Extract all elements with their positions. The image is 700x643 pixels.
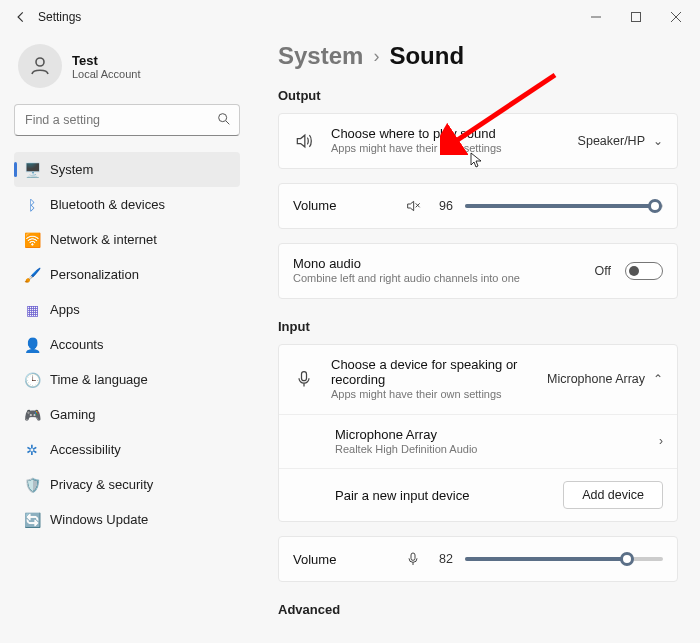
input-device-driver: Realtek High Definition Audio [335,442,643,457]
output-volume-row: Volume 96 [279,184,677,228]
window-controls [576,2,696,32]
output-volume-slider[interactable] [465,198,663,214]
avatar [18,44,62,88]
mono-audio-title: Mono audio [293,256,579,271]
choose-input-title: Choose a device for speaking or recordin… [331,357,531,387]
output-volume-group: Volume 96 [278,183,678,229]
user-name: Test [72,53,141,68]
mono-audio-toggle[interactable] [625,262,663,280]
input-device-detail-row[interactable]: Microphone Array Realtek High Definition… [279,415,677,470]
sidebar: Test Local Account 🖥️System ᛒBluetooth &… [0,34,250,643]
nav-personalization[interactable]: 🖌️Personalization [14,257,240,292]
input-device-name: Microphone Array [335,427,643,442]
page-title: Sound [389,42,464,70]
input-device-value: Microphone Array [547,372,645,386]
clock-icon: 🕒 [24,372,40,388]
chevron-down-icon: ⌄ [653,134,663,148]
pair-input-row: Pair a new input device Add device [279,469,677,521]
nav-label: Personalization [50,267,139,282]
mic-level-icon[interactable] [405,551,421,567]
nav-accessibility[interactable]: ✲Accessibility [14,432,240,467]
chevron-right-icon: › [373,46,379,67]
input-volume-label: Volume [293,552,393,567]
main-panel: System › Sound Output Choose where to pl… [250,34,700,643]
section-input-label: Input [278,319,678,334]
speaker-icon [293,131,315,151]
svg-rect-9 [411,553,415,560]
nav-label: System [50,162,93,177]
title-bar: Settings [0,0,700,34]
mono-audio-group: Mono audio Combine left and right audio … [278,243,678,299]
nav-label: Privacy & security [50,477,153,492]
svg-point-3 [219,114,227,122]
input-volume-group: Volume 82 [278,536,678,582]
nav-bluetooth[interactable]: ᛒBluetooth & devices [14,187,240,222]
user-account-row[interactable]: Test Local Account [14,40,240,102]
nav-label: Gaming [50,407,96,422]
breadcrumb: System › Sound [278,42,678,70]
input-volume-slider[interactable] [465,551,663,567]
nav-label: Windows Update [50,512,148,527]
minimize-button[interactable] [576,2,616,32]
pair-input-title: Pair a new input device [335,488,547,503]
nav-network[interactable]: 🛜Network & internet [14,222,240,257]
output-device-value: Speaker/HP [578,134,645,148]
chevron-right-icon: › [659,434,663,448]
accounts-icon: 👤 [24,337,40,353]
input-volume-value: 82 [433,552,453,566]
nav-label: Accessibility [50,442,121,457]
gaming-icon: 🎮 [24,407,40,423]
window-title: Settings [38,10,81,24]
section-output-label: Output [278,88,678,103]
choose-output-title: Choose where to play sound [331,126,562,141]
maximize-button[interactable] [616,2,656,32]
brush-icon: 🖌️ [24,267,40,283]
choose-input-row[interactable]: Choose a device for speaking or recordin… [279,345,677,415]
nav-update[interactable]: 🔄Windows Update [14,502,240,537]
mono-audio-sub: Combine left and right audio channels in… [293,271,579,286]
accessibility-icon: ✲ [24,442,40,458]
input-device-group: Choose a device for speaking or recordin… [278,344,678,523]
system-icon: 🖥️ [24,162,40,178]
nav-label: Bluetooth & devices [50,197,165,212]
microphone-icon [293,369,315,389]
output-volume-label: Volume [293,198,393,213]
choose-output-sub: Apps might have their own settings [331,141,562,156]
choose-input-sub: Apps might have their own settings [331,387,531,402]
apps-icon: ▦ [24,302,40,318]
bluetooth-icon: ᛒ [24,197,40,213]
cursor-icon [470,152,482,172]
mute-icon[interactable] [405,198,421,214]
section-advanced-label: Advanced [278,602,678,617]
user-type: Local Account [72,68,141,80]
search-icon [216,111,232,127]
chevron-up-icon: ⌃ [653,372,663,386]
output-volume-value: 96 [433,199,453,213]
svg-line-4 [226,121,229,124]
add-device-button[interactable]: Add device [563,481,663,509]
svg-rect-7 [302,372,307,381]
nav-label: Network & internet [50,232,157,247]
svg-rect-1 [632,13,641,22]
wifi-icon: 🛜 [24,232,40,248]
search-wrap [14,104,240,136]
nav-label: Apps [50,302,80,317]
nav-privacy[interactable]: 🛡️Privacy & security [14,467,240,502]
update-icon: 🔄 [24,512,40,528]
nav-label: Accounts [50,337,103,352]
search-input[interactable] [14,104,240,136]
nav-accounts[interactable]: 👤Accounts [14,327,240,362]
breadcrumb-parent[interactable]: System [278,42,363,70]
close-button[interactable] [656,2,696,32]
mono-audio-row[interactable]: Mono audio Combine left and right audio … [279,244,677,298]
nav-list: 🖥️System ᛒBluetooth & devices 🛜Network &… [14,152,240,537]
nav-label: Time & language [50,372,148,387]
nav-apps[interactable]: ▦Apps [14,292,240,327]
svg-point-2 [36,58,44,66]
shield-icon: 🛡️ [24,477,40,493]
nav-system[interactable]: 🖥️System [14,152,240,187]
nav-time[interactable]: 🕒Time & language [14,362,240,397]
nav-gaming[interactable]: 🎮Gaming [14,397,240,432]
input-volume-row: Volume 82 [279,537,677,581]
back-button[interactable] [4,0,38,34]
